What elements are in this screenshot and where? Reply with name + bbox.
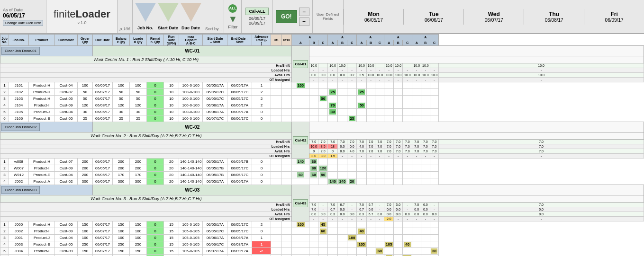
hrs-shift-row: Hrs/Shift10.0-10.010.0-10.010.0-10.010.0…: [0, 63, 644, 68]
day-thu: Thu 06/08/17: [524, 9, 584, 25]
clear-job-btn[interactable]: Clear Job Done-01: [1, 47, 40, 55]
col-header-wed: A: [357, 35, 384, 40]
job-row: 3 J103 Product-H Cust-05 50 06/07/17 50 …: [0, 96, 644, 102]
col-header-uf1: uf1: [271, 35, 281, 46]
avail-hrs-row: Avail. Hrs02.000.04.07.07.07.07.07.07.07…: [0, 149, 644, 154]
thu-c: C: [403, 40, 412, 46]
logo-area: finiteLoader v.1.0: [46, 0, 118, 33]
main-table-container: JobNo. Job No. Product Customer OrderQty…: [0, 34, 644, 256]
go-button[interactable]: GO!: [276, 10, 297, 23]
day-headers: Mon 06/05/17 Tue 06/06/17 Wed 06/07/17 T…: [344, 0, 644, 33]
wed-a: A: [357, 40, 366, 46]
wc-header-row: Clear Job Done-02 WC-02 Cal-02: [0, 122, 644, 132]
col-header-no: JobNo.: [0, 35, 9, 46]
wed-c: C: [375, 40, 384, 46]
tue-b: B: [337, 40, 347, 46]
ot-assigned-row: OT Assigned--------2.0------: [0, 217, 644, 221]
as-of-date-value: 06/05/17: [3, 12, 25, 19]
wc-title-row: Work Center No. 3 : Run 3 Shift/Day (A:7…: [0, 195, 644, 203]
loaded-hrs-row: Loaded Hrs10.08.5180.00.04.07.07.07.07.0…: [0, 144, 644, 149]
filter-label: Filter: [228, 25, 237, 29]
col-header-balance: Balance Qty: [113, 35, 130, 46]
due-date-btn[interactable]: Due Date: [180, 3, 201, 30]
tue-c: C: [347, 40, 357, 46]
cal-all-end: 06/09/17: [249, 21, 265, 26]
job-row: 6 J006 Product-H Cust-06 200 06/08/17 20…: [0, 255, 644, 256]
job-row: 4 J502 Product-A Cust-02 300 06/06/17 30…: [0, 178, 644, 185]
fri-a: A: [412, 40, 421, 46]
job-row: 5 J105 Product-J Cust-04 30 06/06/17 30 …: [0, 109, 644, 115]
job-row: 3 W912 Product-E Cust-04 200 06/05/17 17…: [0, 172, 644, 178]
filter-section: ALL ▼ Filter: [224, 0, 242, 33]
as-of-date-section: As of Date 06/05/17 Change Date Click He…: [0, 0, 46, 33]
cal-all-start: 06/05/17: [249, 16, 265, 21]
ot-assigned-row: OT Assigned3.03.01.5------------: [0, 154, 644, 159]
day-fri-date: 06/09/17: [586, 18, 642, 23]
wed-b: B: [366, 40, 375, 46]
thu-a: A: [384, 40, 394, 46]
day-mon-date: 06/05/17: [346, 18, 402, 23]
cal-all-icon[interactable]: Cal-ALL: [245, 8, 269, 15]
job-no-btn[interactable]: Job No.: [135, 3, 156, 30]
mon-a: A: [292, 40, 309, 46]
wc-title-row: Work Center No. 2 : Run 3 Shift/Day (A:7…: [0, 132, 644, 140]
ot-assigned-row: OT Assigned---------------: [0, 78, 644, 82]
fri-c: C: [430, 40, 439, 46]
mon-c: C: [318, 40, 328, 46]
logo-version: v.1.0: [78, 20, 87, 25]
col-header-end-date: End Date –Shift: [227, 35, 252, 46]
go-button-area: GO! − +: [273, 0, 313, 33]
change-date-button[interactable]: Change Date Click Here: [3, 20, 43, 26]
start-date-btn[interactable]: Start Date: [157, 3, 179, 30]
job-row: 4 J104 Product-I Cust-09 120 06/08/17 12…: [0, 102, 644, 109]
as-of-date-label: As of Date: [3, 8, 23, 12]
job-no-label: Job No.: [137, 26, 153, 30]
sort-by-area: Sort by...: [203, 0, 224, 33]
toolbar-buttons: Job No. Start Date Due Date: [132, 0, 203, 33]
day-tue-date: 06/06/17: [406, 18, 462, 23]
nav-minus-btn[interactable]: −: [299, 8, 309, 16]
col-header-remain: Remain. Qty: [147, 35, 164, 46]
column-header-row: JobNo. Job No. Product Customer OrderQty…: [0, 35, 644, 40]
job-row: 3 J001 Product-J Cust-04 100 06/07/17 10…: [0, 235, 644, 241]
day-thu-name: Thu: [526, 11, 582, 18]
col-header-job: Job No.: [9, 35, 29, 46]
col-header-product: Product: [29, 35, 55, 46]
user-defined-section: User-Defined Fields: [313, 0, 344, 33]
col-header-uf10: uf10: [281, 35, 292, 46]
col-header-order-qty: OrderQty: [78, 35, 93, 46]
day-tue-name: Tue: [406, 11, 462, 18]
page-ref: p.106: [118, 0, 132, 33]
job-row: 2 W007 Product-I Cust-09 200 06/05/17 20…: [0, 165, 644, 172]
mon-b: B: [309, 40, 318, 46]
job-row: 6 J106 Product-E Cust-05 25 06/06/17 25 …: [0, 115, 644, 122]
col-header-fri: A: [412, 35, 439, 40]
tue-a: A: [328, 40, 337, 46]
day-wed-name: Wed: [466, 11, 522, 18]
col-header-mon: A: [292, 35, 328, 40]
hrs-shift-row: Hrs/Shift7.07.07.07.07.07.07.07.07.07.07…: [0, 140, 644, 144]
fri-b: B: [421, 40, 430, 46]
clear-job-btn[interactable]: Clear Job Done-02: [1, 123, 40, 131]
cal-all-section: Cal-ALL 06/05/17 06/09/17: [242, 0, 273, 33]
logo-text: finiteLoader: [54, 8, 110, 20]
col-header-tue: A: [328, 35, 357, 40]
col-header-customer: Customer: [55, 35, 78, 46]
hrs-shift-row: Hrs/Shift7.0-7.06.7-7.06.7-7.03.0-7.06.0…: [0, 203, 644, 207]
all-indicator: ALL: [228, 4, 237, 13]
col-header-loaded: Loaded Qty: [130, 35, 147, 46]
job-row: 2 J002 Product-I Cust-09 100 06/07/17 10…: [0, 228, 644, 235]
loaded-hrs-row: Loaded Hrs7.0-6.70.0-6.70.0-0.00.0-0.00.…: [0, 207, 644, 212]
clear-job-btn[interactable]: Clear Job Done-03: [1, 186, 40, 194]
day-fri-name: Fri: [586, 11, 642, 18]
user-defined-label: User-Defined Fields: [316, 12, 340, 21]
thu-b: B: [394, 40, 403, 46]
col-header-thu: A: [384, 35, 412, 40]
day-mon-name: Mon: [346, 11, 402, 18]
job-row: 1 J005 Product-H Cust-05 150 06/07/17 15…: [0, 221, 644, 228]
filter-icon[interactable]: ▼: [228, 14, 237, 25]
col-header-max-cap: maxCap/SftA-B-C: [179, 35, 203, 46]
due-date-label: Due Date: [181, 26, 200, 30]
nav-plus-btn[interactable]: +: [299, 18, 309, 26]
avail-hrs-row: Avail. Hrs0.00.00.30.00.00.36.70.00.00.0…: [0, 212, 644, 217]
